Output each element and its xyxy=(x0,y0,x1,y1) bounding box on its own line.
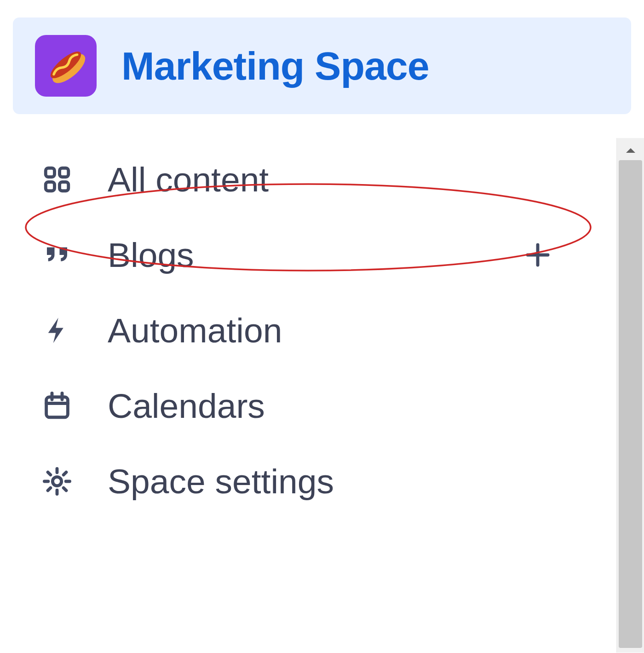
calendar-icon xyxy=(39,391,75,421)
space-title: Marketing Space xyxy=(121,43,429,89)
quote-icon xyxy=(39,240,75,270)
grid-icon xyxy=(39,164,75,195)
scrollbar-thumb[interactable] xyxy=(619,160,642,648)
sidebar-container: Marketing Space All content xyxy=(0,0,644,653)
sidebar-item-label: Calendars xyxy=(108,386,265,426)
space-header[interactable]: Marketing Space xyxy=(13,17,631,114)
add-blog-button[interactable] xyxy=(523,240,553,270)
sidebar-item-all-content[interactable]: All content xyxy=(39,142,631,217)
sidebar-item-label: Blogs xyxy=(108,235,194,275)
scrollbar[interactable] xyxy=(616,138,644,653)
sidebar-item-blogs[interactable]: Blogs xyxy=(39,217,631,293)
sidebar-item-label: Space settings xyxy=(108,462,334,501)
scroll-up-icon[interactable] xyxy=(624,146,637,156)
bolt-icon xyxy=(39,315,75,346)
svg-rect-6 xyxy=(60,182,69,191)
sidebar-item-space-settings[interactable]: Space settings xyxy=(39,444,631,519)
svg-rect-3 xyxy=(46,168,54,177)
hotdog-icon xyxy=(42,41,90,91)
nav-list: All content Blogs xyxy=(13,142,631,519)
svg-rect-9 xyxy=(46,397,68,417)
gear-icon xyxy=(39,466,75,497)
sidebar-item-label: Automation xyxy=(108,311,282,350)
svg-point-13 xyxy=(52,477,61,485)
svg-rect-5 xyxy=(46,182,54,191)
space-icon xyxy=(35,35,97,97)
sidebar-item-calendars[interactable]: Calendars xyxy=(39,368,631,444)
sidebar-item-label: All content xyxy=(108,160,269,199)
sidebar-item-automation[interactable]: Automation xyxy=(39,293,631,368)
svg-rect-4 xyxy=(60,168,69,177)
